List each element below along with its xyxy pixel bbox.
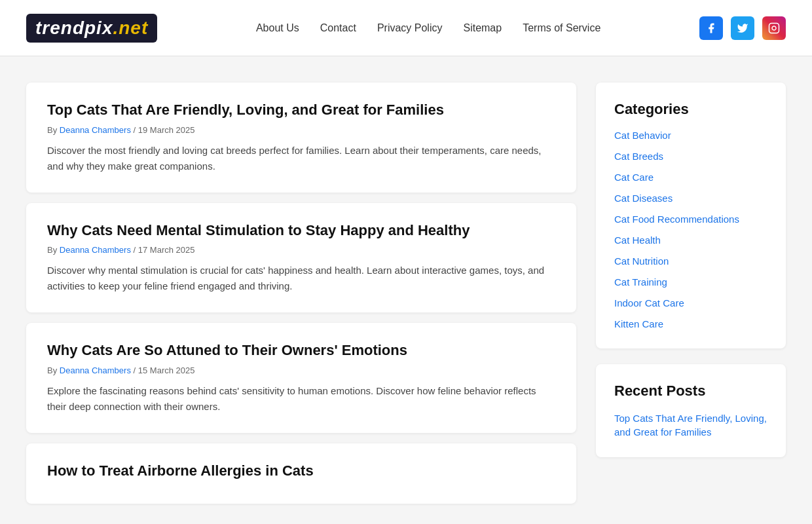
recent-post-link[interactable]: Top Cats That Are Friendly, Loving, and … [614,413,767,438]
categories-section: Categories Cat Behavior Cat Breeds Cat C… [596,83,786,348]
category-link[interactable]: Cat Breeds [614,151,663,162]
article-meta: By Deanna Chambers / 17 March 2025 [47,245,555,255]
article-title: Why Cats Are So Attuned to Their Owners'… [47,341,555,360]
list-item: Cat Diseases [614,193,767,204]
category-link[interactable]: Indoor Cat Care [614,297,684,309]
article-meta: By Deanna Chambers / 15 March 2025 [47,365,555,375]
svg-rect-0 [769,23,779,33]
instagram-icon[interactable] [762,16,786,40]
list-item: Indoor Cat Care [614,297,767,309]
article-author[interactable]: Deanna Chambers [60,365,131,375]
site-header: trendpix.net About Us Contact Privacy Po… [0,0,812,56]
article-date: 17 March 2025 [138,245,195,255]
nav-about-us[interactable]: About Us [256,22,299,34]
facebook-icon[interactable] [699,16,723,40]
category-link[interactable]: Cat Training [614,276,667,288]
main-container: Top Cats That Are Friendly, Loving, and … [13,83,799,504]
article-meta: By Deanna Chambers / 19 March 2025 [47,125,555,135]
article-card: Why Cats Need Mental Stimulation to Stay… [26,203,576,313]
list-item: Kitten Care [614,318,767,330]
article-title: Top Cats That Are Friendly, Loving, and … [47,101,555,120]
site-logo[interactable]: trendpix.net [26,14,157,43]
article-excerpt: Discover the most friendly and loving ca… [47,143,555,174]
category-link[interactable]: Cat Behavior [614,130,671,141]
category-link[interactable]: Cat Care [614,172,654,183]
article-title: How to Treat Airborne Allergies in Cats [47,462,555,481]
list-item: Cat Health [614,234,767,246]
article-card: How to Treat Airborne Allergies in Cats [26,443,576,504]
category-link[interactable]: Cat Nutrition [614,255,669,267]
article-title: Why Cats Need Mental Stimulation to Stay… [47,221,555,240]
nav-contact[interactable]: Contact [320,22,356,34]
recent-posts-title: Recent Posts [614,383,767,400]
social-icons [699,16,786,40]
twitter-icon[interactable] [731,16,754,40]
article-date: 19 March 2025 [138,125,195,135]
list-item: Top Cats That Are Friendly, Loving, and … [614,411,767,439]
recent-posts-list: Top Cats That Are Friendly, Loving, and … [614,411,767,439]
main-nav: About Us Contact Privacy Policy Sitemap … [256,22,600,34]
category-link[interactable]: Cat Diseases [614,193,673,204]
article-author[interactable]: Deanna Chambers [60,245,131,255]
logo-text: trendpix.net [26,14,157,43]
list-item: Cat Care [614,172,767,183]
nav-sitemap[interactable]: Sitemap [463,22,502,34]
categories-title: Categories [614,101,767,118]
article-excerpt: Explore the fascinating reasons behind c… [47,383,555,415]
article-card: Top Cats That Are Friendly, Loving, and … [26,83,576,193]
nav-terms-of-service[interactable]: Terms of Service [523,22,600,34]
sidebar: Categories Cat Behavior Cat Breeds Cat C… [596,83,786,473]
list-item: Cat Food Recommendations [614,214,767,225]
category-link[interactable]: Cat Food Recommendations [614,214,739,225]
article-date: 15 March 2025 [138,365,195,375]
list-item: Cat Breeds [614,151,767,162]
nav-privacy-policy[interactable]: Privacy Policy [377,22,443,34]
category-list: Cat Behavior Cat Breeds Cat Care Cat Dis… [614,130,767,330]
articles-list: Top Cats That Are Friendly, Loving, and … [26,83,576,504]
article-author[interactable]: Deanna Chambers [60,125,131,135]
category-link[interactable]: Cat Health [614,234,661,246]
category-link[interactable]: Kitten Care [614,318,663,329]
list-item: Cat Behavior [614,130,767,141]
list-item: Cat Training [614,276,767,288]
article-card: Why Cats Are So Attuned to Their Owners'… [26,323,576,433]
recent-posts-section: Recent Posts Top Cats That Are Friendly,… [596,364,786,457]
list-item: Cat Nutrition [614,255,767,267]
article-excerpt: Discover why mental stimulation is cruci… [47,263,555,294]
